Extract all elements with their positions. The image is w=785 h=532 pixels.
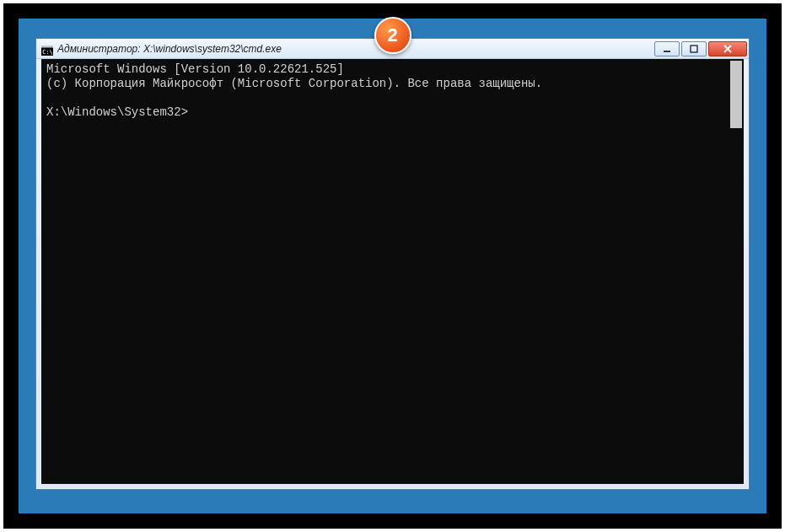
terminal-output[interactable]: Microsoft Windows [Version 10.0.22621.52… [41,59,744,484]
desktop-background: 2 C:\ Администратор: X:\windows\system32… [19,19,766,513]
window-controls [654,41,747,56]
terminal-area[interactable]: Microsoft Windows [Version 10.0.22621.52… [41,59,744,484]
svg-text:C:\: C:\ [42,49,53,56]
prompt: X:\Windows\System32> [46,105,188,119]
svg-rect-3 [664,51,670,52]
vertical-scrollbar[interactable] [730,61,742,128]
cmd-icon: C:\ [41,44,53,54]
maximize-button[interactable] [681,41,707,56]
svg-rect-1 [41,46,53,48]
svg-rect-4 [691,46,697,52]
step-number: 2 [387,24,397,46]
output-line: Microsoft Windows [Version 10.0.22621.52… [46,62,344,76]
close-button[interactable] [708,41,747,56]
minimize-button[interactable] [654,41,680,56]
screenshot-frame: 2 C:\ Администратор: X:\windows\system32… [3,3,782,529]
cmd-window: C:\ Администратор: X:\windows\system32\c… [35,38,750,490]
step-badge: 2 [374,17,411,54]
output-line: (c) Корпорация Майкрософт (Microsoft Cor… [46,77,542,90]
window-title: Администратор: X:\windows\system32\cmd.e… [57,43,654,55]
